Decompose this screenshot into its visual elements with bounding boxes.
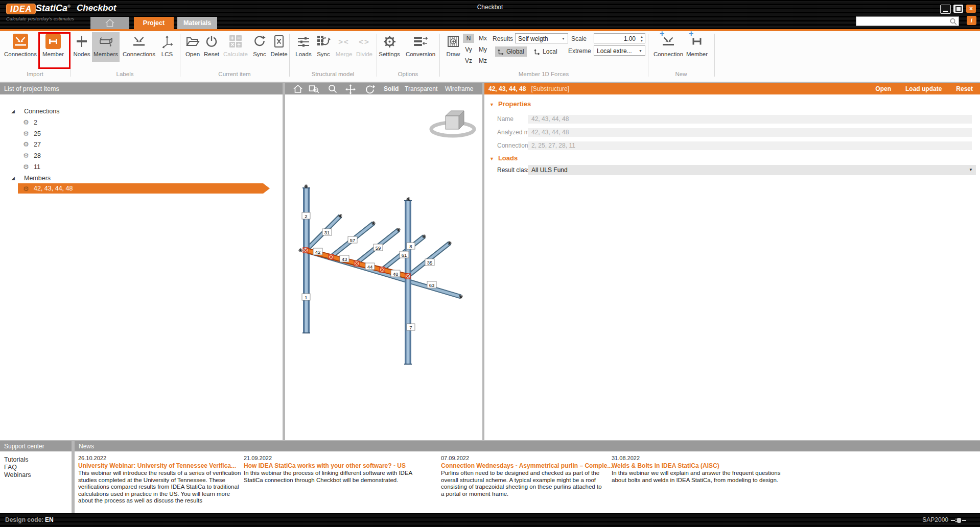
delete-document-icon (273, 33, 285, 50)
tree-group-members[interactable]: ◢ Members (0, 173, 283, 183)
loads-button[interactable]: Loads (293, 33, 314, 60)
delete-button[interactable]: Delete (269, 33, 289, 60)
sync-button[interactable]: Sync (249, 33, 270, 60)
tab-home[interactable] (90, 17, 129, 29)
results-label: Results (493, 35, 513, 42)
lcs-axes-icon (160, 33, 174, 50)
rotate-icon[interactable] (365, 84, 375, 94)
open-item-button[interactable]: Open (875, 85, 891, 92)
new-connection-button[interactable]: + Connection (652, 33, 684, 60)
detail-panel: 42, 43, 44, 48 [Substructure] Open Load … (484, 83, 980, 440)
reset-item-button[interactable]: Reset (956, 85, 973, 92)
force-toggle-vy[interactable]: Vy (463, 45, 474, 54)
section-properties[interactable]: ▼Properties (489, 100, 531, 108)
svg-text:2: 2 (305, 213, 307, 219)
view-cube[interactable] (431, 111, 474, 136)
tree-group-connections[interactable]: ◢ Connections (0, 106, 283, 116)
news-panel: News 26.10.2022 University Webinar: Univ… (75, 441, 980, 513)
labels-connections-button[interactable]: Connections (122, 33, 156, 60)
tree-item-connection[interactable]: ⚙ 27 (0, 139, 283, 150)
news-title[interactable]: How IDEA StatiCa works with your other s… (244, 462, 417, 469)
news-title[interactable]: Welds & Bolts in IDEA StatiCa (AISC) (612, 462, 785, 469)
support-header: Support center (0, 441, 72, 451)
section-loads[interactable]: ▼Loads (489, 154, 518, 162)
force-toggle-mx[interactable]: Mx (477, 34, 488, 43)
zoom-selection-icon[interactable] (309, 84, 320, 93)
svg-text:57: 57 (350, 237, 356, 243)
spinner-arrows-icon[interactable]: ▲▼ (640, 35, 643, 43)
highlight-box (38, 32, 71, 69)
tree-item-connection[interactable]: ⚙ 2 (0, 117, 283, 128)
draw-button[interactable]: Draw (443, 33, 463, 60)
link-faq[interactable]: FAQ (4, 464, 17, 471)
link-webinars[interactable]: Webinars (4, 471, 31, 478)
tree-item-connection[interactable]: ⚙ 25 (0, 128, 283, 139)
calculate-button[interactable]: Calculate (223, 33, 248, 60)
tree-item-connection[interactable]: ⚙ 11 (0, 161, 283, 172)
new-member-button[interactable]: + Member (685, 33, 709, 60)
scale-input[interactable]: 1.00 ▲▼ (594, 33, 645, 43)
tab-materials[interactable]: Materials (177, 17, 217, 29)
labels-lcs-button[interactable]: LCS (157, 33, 177, 60)
info-button[interactable]: i (967, 16, 976, 25)
divide-button[interactable]: <> Divide (354, 33, 375, 60)
load-update-button[interactable]: Load update (905, 85, 942, 92)
analyzed-members-field[interactable]: 42, 43, 44, 48 (528, 128, 972, 137)
expander-icon[interactable]: ◢ (11, 176, 15, 181)
merge-button[interactable]: >< Merge (333, 33, 355, 60)
structural-sync-button[interactable]: Sync (313, 33, 334, 60)
force-toggle-vz[interactable]: Vz (463, 56, 474, 65)
tab-project[interactable]: Project (134, 17, 174, 29)
collapse-triangle-icon[interactable]: ▼ (489, 102, 494, 107)
result-class-dropdown[interactable]: All ULS Fund ▼ (528, 165, 976, 175)
extreme-dropdown[interactable]: Local extre... ▼ (594, 45, 645, 56)
ribbon-separator (648, 34, 648, 77)
home-view-icon[interactable] (293, 84, 303, 93)
tree-item-member-selected[interactable]: ⚙ 42, 43, 44, 48 (18, 183, 270, 194)
pan-icon[interactable] (345, 84, 356, 94)
link-tutorials[interactable]: Tutorials (4, 456, 28, 463)
reset-button[interactable]: Reset (201, 33, 222, 60)
news-title[interactable]: University Webinar: University of Tennes… (78, 462, 243, 469)
close-button[interactable]: × (966, 5, 976, 13)
group-label-member-1d-forces: Member 1D Forces (439, 71, 648, 77)
labels-nodes-button[interactable]: Nodes (72, 33, 92, 60)
group-label-new: New (648, 71, 714, 77)
members-icon (98, 33, 113, 50)
mode-solid[interactable]: Solid (384, 83, 399, 94)
ribbon-separator (714, 34, 715, 77)
import-connections-button[interactable]: Connections (3, 33, 38, 60)
collapse-triangle-icon[interactable]: ▼ (489, 156, 494, 161)
force-toggle-my[interactable]: My (477, 45, 488, 54)
settings-button[interactable]: Settings (377, 33, 402, 60)
conversion-button[interactable]: Conversion (403, 33, 438, 60)
force-toggle-n[interactable]: N (463, 34, 474, 43)
support-center-panel: Support center Tutorials FAQ Webinars (0, 441, 72, 513)
svg-text:61: 61 (402, 252, 407, 258)
global-toggle[interactable]: Global (495, 46, 527, 57)
connections-field[interactable]: 2, 25, 27, 28, 11 (528, 141, 972, 150)
maximize-button[interactable] (953, 5, 963, 13)
local-toggle[interactable]: Local (531, 46, 560, 57)
labels-members-button[interactable]: Members (92, 32, 120, 62)
mode-transparent[interactable]: Transparent (405, 83, 437, 94)
extreme-label: Extreme (568, 47, 591, 55)
news-title[interactable]: Connection Wednesdays - Asymmetrical pur… (441, 462, 605, 469)
mode-wireframe[interactable]: Wireframe (445, 83, 473, 94)
results-dropdown[interactable]: Self weigth ▼ (515, 33, 568, 43)
tree-item-connection[interactable]: ⚙ 28 (0, 150, 283, 161)
group-label-options: Options (377, 71, 439, 77)
nodes-icon (75, 33, 88, 50)
structural-model: 2 31 57 59 8 61 35 42 43 44 48 63 1 7 (285, 94, 482, 440)
open-button[interactable]: Open (182, 33, 203, 60)
force-toggle-mz[interactable]: Mz (477, 56, 488, 65)
name-field[interactable]: 42, 43, 44, 48 (528, 115, 972, 124)
expander-icon[interactable]: ◢ (11, 109, 15, 114)
search-input[interactable] (856, 18, 949, 25)
ribbon-separator (439, 34, 440, 77)
group-label-labels: Labels (70, 71, 180, 77)
zoom-icon[interactable] (328, 84, 338, 93)
minimize-button[interactable] (940, 5, 951, 14)
viewport-3d[interactable]: 2 31 57 59 8 61 35 42 43 44 48 63 1 7 (285, 94, 482, 440)
result-class-label: Result class (497, 166, 530, 175)
